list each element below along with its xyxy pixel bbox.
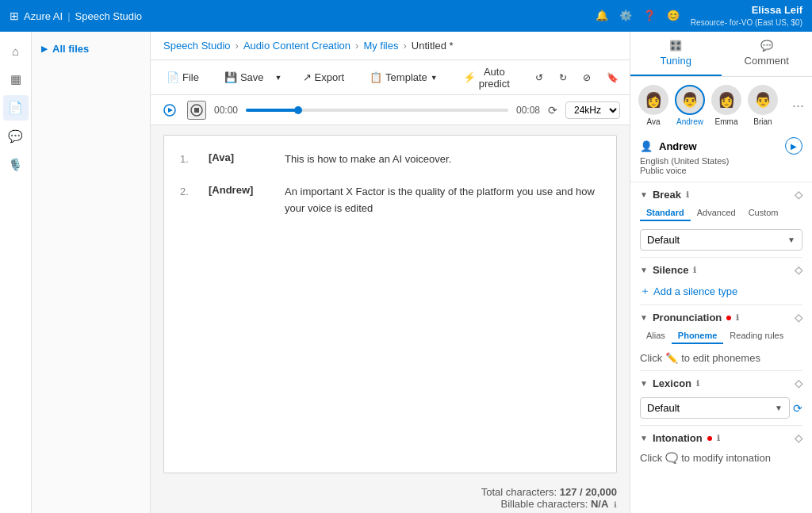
file-label: File [182,71,199,83]
break-dropdown-arrow: ▼ [787,235,795,244]
topbar-logo: ⊞ Azure AI | Speech Studio [10,10,142,22]
avatar-more-button[interactable]: ··· [792,98,804,114]
editor-wrapper: 1. [Ava] This is how to make an AI voice… [151,125,630,483]
breadcrumb: Speech Studio › Audio Content Creation ›… [151,32,630,60]
user-icon[interactable]: 😊 [667,10,680,21]
break-tab-standard[interactable]: Standard [640,205,691,221]
intonation-reset-icon[interactable]: ◇ [795,432,802,444]
history-button[interactable]: ⊘ [576,69,597,86]
phoneme-note: Click ✏️ to edit phonemes [630,349,812,370]
export-button[interactable]: ↗ Export [297,68,351,86]
pronunciation-chevron-icon: ▼ [640,313,648,322]
voice-play-button[interactable]: ▶ [785,137,802,155]
sidebar-label: All files [52,43,89,55]
avatar-emma[interactable]: 👩 Emma [711,85,741,126]
topbar: ⊞ Azure AI | Speech Studio 🔔 ⚙️ ❓ 😊 Elis… [0,0,812,32]
topbar-divider-text: | [67,10,70,22]
refresh-audio-icon[interactable]: ⟳ [548,104,557,117]
lexicon-reset-icon[interactable]: ◇ [795,377,802,389]
silence-reset-icon[interactable]: ◇ [795,264,802,276]
pronunciation-info-icon[interactable]: ℹ [736,313,739,322]
intonation-label: Intonation [653,432,703,444]
intonation-chevron-icon: ▼ [640,434,648,442]
sidebar-all-files[interactable]: ▶ All files [32,38,150,59]
pronunciation-reset-icon[interactable]: ◇ [795,312,802,323]
breadcrumb-current: Untitled * [412,40,454,52]
break-dropdown[interactable]: Default ▼ [640,229,802,251]
pronunciation-tab-phoneme[interactable]: Phoneme [672,328,724,344]
nav-mic[interactable]: 🎙️ [3,152,29,178]
avatar-andrew[interactable]: 👨 Andrew [675,85,705,126]
nav-chat[interactable]: 💬 [3,124,29,149]
play-button[interactable] [160,101,179,120]
intonation-required-dot [707,436,712,441]
pronunciation-tab-reading[interactable]: Reading rules [723,328,790,344]
save-button[interactable]: 💾 Save [218,68,270,86]
breadcrumb-my-files[interactable]: My files [363,40,398,52]
breadcrumb-sep-3: › [403,40,406,52]
panel-tabs: 🎛️ Tuning 💬 Comment [630,32,812,77]
add-silence-button[interactable]: ＋ Add a silence type [640,284,802,298]
avatar-circle-ava: 👩 [638,85,668,115]
progress-bar[interactable] [246,109,508,112]
avatar-ava[interactable]: 👩 Ava [638,85,668,126]
auto-predict-button[interactable]: ⚡ Auto predict [457,63,516,93]
tab-tuning[interactable]: 🎛️ Tuning [630,32,722,76]
break-label: Break [653,189,681,201]
audio-bar: 00:00 00:08 ⟳ 24kHz 16kHz 8kHz [151,95,630,125]
settings-icon[interactable]: ⚙️ [619,10,632,21]
topbar-right: 🔔 ⚙️ ❓ 😊 Elissa Leif Resource- for-VO (E… [596,4,802,28]
lexicon-info-icon[interactable]: ℹ [696,379,699,388]
redo-button[interactable]: ↻ [553,69,573,86]
breadcrumb-audio-content[interactable]: Audio Content Creation [243,40,350,52]
template-button[interactable]: 📋 Template ▼ [363,68,444,86]
breadcrumb-speech-studio[interactable]: Speech Studio [163,40,231,52]
break-reset-icon[interactable]: ◇ [795,189,802,201]
silence-chevron-icon: ▼ [640,266,648,274]
file-button[interactable]: 📄 File [160,68,205,86]
lexicon-refresh-button[interactable]: ⟳ [793,402,802,415]
tab-comment[interactable]: 💬 Comment [722,32,813,76]
pronunciation-section: ▼ Pronunciation ℹ ◇ Alias Phoneme Readin… [630,305,812,370]
silence-label: Silence [653,264,689,276]
pronunciation-tab-alias[interactable]: Alias [640,328,672,344]
help-icon[interactable]: ❓ [643,10,656,21]
lexicon-section-header[interactable]: ▼ Lexicon ℹ ◇ [630,371,812,394]
chevron-right-icon: ▶ [41,44,48,53]
bell-icon[interactable]: 🔔 [596,10,608,21]
intonation-info-icon[interactable]: ℹ [717,434,720,442]
break-dropdown-value: Default [647,234,787,246]
nav-home[interactable]: ⌂ [3,38,29,63]
lexicon-dropdown[interactable]: Default ▼ [640,397,790,419]
undo-button[interactable]: ↺ [529,69,550,86]
total-chars-value: 127 / 20,000 [560,486,617,498]
avatar-name-brian: Brian [753,117,772,126]
intonation-note-click: Click [640,452,662,464]
sample-rate-select[interactable]: 24kHz 16kHz 8kHz [565,101,620,119]
intonation-section-header[interactable]: ▼ Intonation ℹ ◇ [630,426,812,449]
breadcrumb-sep-1: › [236,40,239,52]
break-tab-advanced[interactable]: Advanced [691,205,742,221]
user-name: Elissa Leif [752,4,802,17]
bookmark-button[interactable]: 🔖 [600,69,625,86]
silence-info-icon[interactable]: ℹ [693,266,696,274]
break-section-header[interactable]: ▼ Break ℹ ◇ [630,182,812,205]
save-dropdown-button[interactable]: ▼ [274,71,284,85]
stop-button[interactable] [187,101,206,120]
break-info-icon[interactable]: ℹ [686,190,689,199]
avatar-name-emma: Emma [715,117,738,126]
content-area: Speech Studio › Audio Content Creation ›… [151,32,630,513]
editor-line-1: 1. [Ava] This is how to make an AI voice… [180,151,600,168]
break-tab-custom[interactable]: Custom [742,205,785,221]
nav-dashboard[interactable]: ▦ [3,67,29,92]
line-number-1: 1. [180,151,196,165]
billable-info-icon[interactable]: ℹ [614,500,617,509]
silence-section-header[interactable]: ▼ Silence ℹ ◇ [630,258,812,281]
total-chars: Total characters: 127 / 20,000 [481,486,617,498]
avatar-brian[interactable]: 👨 Brian [748,85,778,126]
pronunciation-section-header[interactable]: ▼ Pronunciation ℹ ◇ [630,305,812,328]
left-nav: ⌂ ▦ 📄 💬 🎙️ [0,32,32,513]
nav-audio[interactable]: 📄 [3,95,29,121]
billable-label: Billable characters: [501,498,588,510]
editor-content[interactable]: 1. [Ava] This is how to make an AI voice… [163,135,617,473]
